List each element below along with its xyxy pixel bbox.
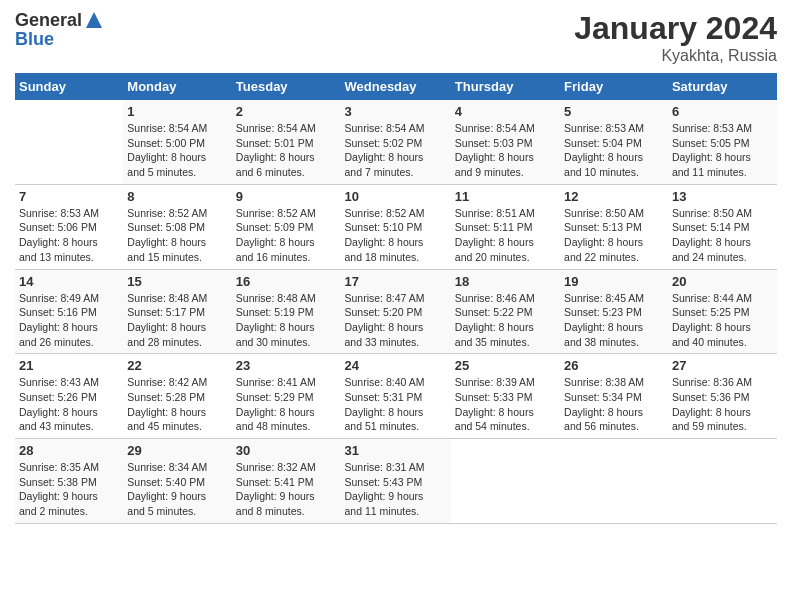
calendar-cell: 15Sunrise: 8:48 AM Sunset: 5:17 PM Dayli… <box>123 269 232 354</box>
col-sunday: Sunday <box>15 73 123 100</box>
logo: General Blue <box>15 10 104 49</box>
day-number: 1 <box>127 104 228 119</box>
day-info: Sunrise: 8:42 AM Sunset: 5:28 PM Dayligh… <box>127 375 228 434</box>
day-info: Sunrise: 8:53 AM Sunset: 5:04 PM Dayligh… <box>564 121 664 180</box>
day-info: Sunrise: 8:35 AM Sunset: 5:38 PM Dayligh… <box>19 460 119 519</box>
day-info: Sunrise: 8:53 AM Sunset: 5:05 PM Dayligh… <box>672 121 773 180</box>
logo-icon <box>84 10 104 30</box>
day-info: Sunrise: 8:46 AM Sunset: 5:22 PM Dayligh… <box>455 291 556 350</box>
svg-marker-0 <box>86 12 102 28</box>
day-number: 14 <box>19 274 119 289</box>
day-info: Sunrise: 8:40 AM Sunset: 5:31 PM Dayligh… <box>345 375 447 434</box>
calendar-cell: 13Sunrise: 8:50 AM Sunset: 5:14 PM Dayli… <box>668 184 777 269</box>
col-friday: Friday <box>560 73 668 100</box>
day-number: 27 <box>672 358 773 373</box>
col-monday: Monday <box>123 73 232 100</box>
calendar-cell: 23Sunrise: 8:41 AM Sunset: 5:29 PM Dayli… <box>232 354 341 439</box>
day-info: Sunrise: 8:52 AM Sunset: 5:10 PM Dayligh… <box>345 206 447 265</box>
calendar-cell: 9Sunrise: 8:52 AM Sunset: 5:09 PM Daylig… <box>232 184 341 269</box>
day-number: 16 <box>236 274 337 289</box>
calendar-cell: 12Sunrise: 8:50 AM Sunset: 5:13 PM Dayli… <box>560 184 668 269</box>
day-number: 7 <box>19 189 119 204</box>
month-title: January 2024 <box>574 10 777 47</box>
week-row-1: 7Sunrise: 8:53 AM Sunset: 5:06 PM Daylig… <box>15 184 777 269</box>
calendar-cell: 14Sunrise: 8:49 AM Sunset: 5:16 PM Dayli… <box>15 269 123 354</box>
day-info: Sunrise: 8:50 AM Sunset: 5:14 PM Dayligh… <box>672 206 773 265</box>
calendar-cell: 28Sunrise: 8:35 AM Sunset: 5:38 PM Dayli… <box>15 439 123 524</box>
day-info: Sunrise: 8:54 AM Sunset: 5:01 PM Dayligh… <box>236 121 337 180</box>
week-row-4: 28Sunrise: 8:35 AM Sunset: 5:38 PM Dayli… <box>15 439 777 524</box>
day-info: Sunrise: 8:52 AM Sunset: 5:08 PM Dayligh… <box>127 206 228 265</box>
day-info: Sunrise: 8:51 AM Sunset: 5:11 PM Dayligh… <box>455 206 556 265</box>
calendar-cell: 21Sunrise: 8:43 AM Sunset: 5:26 PM Dayli… <box>15 354 123 439</box>
day-info: Sunrise: 8:54 AM Sunset: 5:03 PM Dayligh… <box>455 121 556 180</box>
day-number: 22 <box>127 358 228 373</box>
day-number: 10 <box>345 189 447 204</box>
week-row-0: 1Sunrise: 8:54 AM Sunset: 5:00 PM Daylig… <box>15 100 777 184</box>
day-number: 11 <box>455 189 556 204</box>
calendar-cell: 31Sunrise: 8:31 AM Sunset: 5:43 PM Dayli… <box>341 439 451 524</box>
calendar-cell: 6Sunrise: 8:53 AM Sunset: 5:05 PM Daylig… <box>668 100 777 184</box>
calendar-cell: 11Sunrise: 8:51 AM Sunset: 5:11 PM Dayli… <box>451 184 560 269</box>
day-number: 9 <box>236 189 337 204</box>
calendar-cell: 2Sunrise: 8:54 AM Sunset: 5:01 PM Daylig… <box>232 100 341 184</box>
day-info: Sunrise: 8:52 AM Sunset: 5:09 PM Dayligh… <box>236 206 337 265</box>
calendar-cell: 29Sunrise: 8:34 AM Sunset: 5:40 PM Dayli… <box>123 439 232 524</box>
day-number: 6 <box>672 104 773 119</box>
day-info: Sunrise: 8:48 AM Sunset: 5:17 PM Dayligh… <box>127 291 228 350</box>
day-info: Sunrise: 8:32 AM Sunset: 5:41 PM Dayligh… <box>236 460 337 519</box>
col-saturday: Saturday <box>668 73 777 100</box>
calendar-cell <box>15 100 123 184</box>
day-number: 24 <box>345 358 447 373</box>
day-info: Sunrise: 8:49 AM Sunset: 5:16 PM Dayligh… <box>19 291 119 350</box>
title-section: January 2024 Kyakhta, Russia <box>574 10 777 65</box>
day-info: Sunrise: 8:43 AM Sunset: 5:26 PM Dayligh… <box>19 375 119 434</box>
day-number: 13 <box>672 189 773 204</box>
day-number: 18 <box>455 274 556 289</box>
day-info: Sunrise: 8:48 AM Sunset: 5:19 PM Dayligh… <box>236 291 337 350</box>
logo-general: General <box>15 11 82 29</box>
calendar-cell: 27Sunrise: 8:36 AM Sunset: 5:36 PM Dayli… <box>668 354 777 439</box>
calendar-cell: 3Sunrise: 8:54 AM Sunset: 5:02 PM Daylig… <box>341 100 451 184</box>
calendar-cell <box>451 439 560 524</box>
calendar-cell: 4Sunrise: 8:54 AM Sunset: 5:03 PM Daylig… <box>451 100 560 184</box>
location-title: Kyakhta, Russia <box>574 47 777 65</box>
day-number: 31 <box>345 443 447 458</box>
calendar-cell: 19Sunrise: 8:45 AM Sunset: 5:23 PM Dayli… <box>560 269 668 354</box>
day-number: 23 <box>236 358 337 373</box>
calendar-cell <box>668 439 777 524</box>
calendar-cell: 10Sunrise: 8:52 AM Sunset: 5:10 PM Dayli… <box>341 184 451 269</box>
day-info: Sunrise: 8:41 AM Sunset: 5:29 PM Dayligh… <box>236 375 337 434</box>
day-number: 19 <box>564 274 664 289</box>
day-info: Sunrise: 8:50 AM Sunset: 5:13 PM Dayligh… <box>564 206 664 265</box>
day-number: 2 <box>236 104 337 119</box>
week-row-3: 21Sunrise: 8:43 AM Sunset: 5:26 PM Dayli… <box>15 354 777 439</box>
calendar-cell: 22Sunrise: 8:42 AM Sunset: 5:28 PM Dayli… <box>123 354 232 439</box>
calendar-cell: 30Sunrise: 8:32 AM Sunset: 5:41 PM Dayli… <box>232 439 341 524</box>
day-info: Sunrise: 8:47 AM Sunset: 5:20 PM Dayligh… <box>345 291 447 350</box>
day-info: Sunrise: 8:31 AM Sunset: 5:43 PM Dayligh… <box>345 460 447 519</box>
header: General Blue January 2024 Kyakhta, Russi… <box>15 10 777 65</box>
week-row-2: 14Sunrise: 8:49 AM Sunset: 5:16 PM Dayli… <box>15 269 777 354</box>
day-number: 20 <box>672 274 773 289</box>
calendar-cell: 8Sunrise: 8:52 AM Sunset: 5:08 PM Daylig… <box>123 184 232 269</box>
calendar-cell: 20Sunrise: 8:44 AM Sunset: 5:25 PM Dayli… <box>668 269 777 354</box>
col-tuesday: Tuesday <box>232 73 341 100</box>
day-info: Sunrise: 8:36 AM Sunset: 5:36 PM Dayligh… <box>672 375 773 434</box>
day-number: 28 <box>19 443 119 458</box>
main-container: General Blue January 2024 Kyakhta, Russi… <box>0 0 792 534</box>
header-row: Sunday Monday Tuesday Wednesday Thursday… <box>15 73 777 100</box>
day-number: 26 <box>564 358 664 373</box>
day-info: Sunrise: 8:53 AM Sunset: 5:06 PM Dayligh… <box>19 206 119 265</box>
day-number: 17 <box>345 274 447 289</box>
col-wednesday: Wednesday <box>341 73 451 100</box>
day-info: Sunrise: 8:44 AM Sunset: 5:25 PM Dayligh… <box>672 291 773 350</box>
day-info: Sunrise: 8:34 AM Sunset: 5:40 PM Dayligh… <box>127 460 228 519</box>
day-number: 5 <box>564 104 664 119</box>
day-number: 15 <box>127 274 228 289</box>
day-info: Sunrise: 8:38 AM Sunset: 5:34 PM Dayligh… <box>564 375 664 434</box>
calendar-table: Sunday Monday Tuesday Wednesday Thursday… <box>15 73 777 524</box>
logo-blue: Blue <box>15 29 54 49</box>
day-number: 25 <box>455 358 556 373</box>
day-number: 4 <box>455 104 556 119</box>
